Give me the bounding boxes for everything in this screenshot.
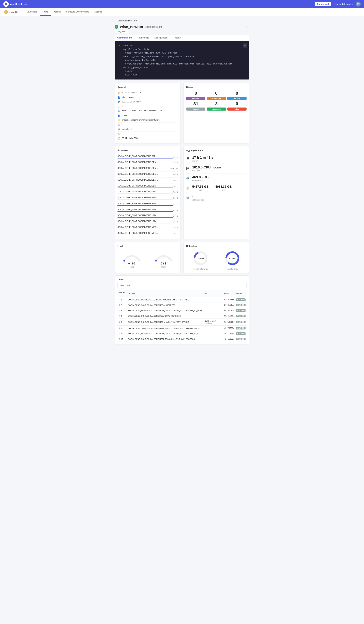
util-memory: 19.18% memory efficiency xyxy=(186,250,215,270)
sub-navigation: C cmclark8 ▾ Launchpad Runs Actions Comp… xyxy=(0,8,364,16)
table-row[interactable]: ⚙ 15 SOCIALGENE_SGNF:SOCIALGENE:NCBI_TAX… xyxy=(117,336,247,342)
tab-settings[interactable]: Settings xyxy=(92,8,105,16)
stat-write: 4038.35 GB write xyxy=(215,185,232,191)
table-row[interactable]: ⚙ 9 SOCIALGENE_SGNF:SOCIALGENE:HMM_PREP:… xyxy=(117,326,247,331)
status-badge: CACHED xyxy=(236,338,246,340)
top-navigation: nextflow tower Launchpad Help and Suppor… xyxy=(0,0,364,8)
diamond-icon: ⬡ xyxy=(117,105,120,108)
tasks-table-header: task_id ↑ process tag hash status xyxy=(117,290,247,297)
clock-icon: 🖥️ xyxy=(186,157,190,160)
stat-wall-time: 🖥️ 17 h 1 m 41 s wall time xyxy=(186,154,247,164)
table-row[interactable]: ⚙ 4 SOCIALGENE_SGNF:SOCIALGENE:DOWNLOAD_… xyxy=(117,313,247,319)
processes-aggregate-row: Processes SOCIALGENE_SGNF:SOCIALGENE:PAR… xyxy=(114,146,250,239)
load-title: Load xyxy=(117,245,178,247)
tab-parameters[interactable]: Parameters xyxy=(135,35,152,41)
stat-io: 💿 5437.56 GB read 4038.35 GB write xyxy=(186,183,247,193)
process-list-item: SOCIALGENE_SGNF:SOCIALGENE:HMM... 0 of 0 xyxy=(117,189,178,195)
tasks-gauge-value: 0 / 1 xyxy=(149,262,178,265)
gauge-cores: 0 / 90 cores xyxy=(117,250,146,268)
status-card: Status 0 pending 0 submitted 0 running 8… xyxy=(183,83,250,143)
tasks-title: Tasks xyxy=(117,278,247,281)
stat-cpu: 💾 1810.8 CPU hours CPU time xyxy=(186,164,247,174)
process-list-item: SOCIALGENE_SGNF:SOCIALGENE:MER... 1 of 1 xyxy=(117,231,178,236)
info-path: 📁 /media/socialgene_nvme/v0.2.3/sgnf/wor… xyxy=(117,118,178,123)
th-process[interactable]: process xyxy=(127,290,204,297)
logo-icon xyxy=(3,1,9,7)
status-badge: CACHED xyxy=(236,327,246,330)
workflow-name: wise_newton xyxy=(120,25,143,29)
star-button[interactable]: ☆ xyxy=(247,25,250,28)
stat-memory: ⚙️ 469.83 GB total memory xyxy=(186,174,247,183)
util-container: 19.18% memory efficiency 87.02% cpu effi… xyxy=(186,250,247,270)
stat-read: 5437.56 GB read xyxy=(192,185,209,191)
status-badge: CACHED xyxy=(236,321,246,323)
search-task-input[interactable] xyxy=(117,283,247,288)
workspace-avatar: C xyxy=(4,10,8,14)
tab-launchpad[interactable]: Launchpad xyxy=(24,8,40,16)
table-row[interactable]: ⚙ 2 SOCIALGENE_SGNF:SOCIALGENE:NEO4J_HEA… xyxy=(117,302,247,308)
cpu-efficiency-label: cpu efficiency xyxy=(218,268,247,270)
tasks-gauge-svg xyxy=(154,250,174,262)
workspace-selector[interactable]: C cmclark8 ▾ xyxy=(4,8,20,16)
user-icon: 👤 xyxy=(117,96,120,99)
tab-more-button[interactable]: ⋮ xyxy=(243,35,250,41)
launchpad-button[interactable]: Launchpad xyxy=(315,2,331,6)
task-gear-icon: ⚙ xyxy=(118,333,120,335)
cores-gauge-value: 0 / 90 xyxy=(117,262,146,265)
task-gear-icon: ⚙ xyxy=(118,304,120,306)
workflow-title-row: ✓ wise_newton socialgene/sgnf xyxy=(114,25,162,29)
status-badge: CACHED xyxy=(236,298,246,301)
status-badge: CACHED xyxy=(236,315,246,317)
processes-title: Processes xyxy=(117,149,178,152)
info-tag: 🏷️ - xyxy=(117,132,178,136)
breadcrumb[interactable]: ← View Workflow Run xyxy=(114,19,250,22)
breadcrumb-label: View Workflow Run xyxy=(118,19,137,22)
load-utilization-row: Load 0 / 90 cores 0 / 1 task xyxy=(114,242,250,273)
scissors-icon: ✂️ xyxy=(117,137,120,140)
copy-button[interactable]: ⧉ xyxy=(243,43,247,48)
th-hash[interactable]: hash xyxy=(223,290,235,297)
refresh-icon: 🔄 xyxy=(117,124,120,126)
avatar[interactable]: CM xyxy=(356,1,361,7)
tab-actions[interactable]: Actions xyxy=(51,8,64,16)
help-link[interactable]: Help and Support ▾ xyxy=(334,3,353,5)
th-tag[interactable]: tag xyxy=(204,290,223,297)
tab-reports[interactable]: Reports xyxy=(170,35,183,41)
table-row[interactable]: ⚙ 3 SOCIALGENE_SGNF:SOCIALGENE:HMM_PREP:… xyxy=(117,308,247,313)
apply-labels-button[interactable]: Apply labels xyxy=(114,30,128,33)
general-card: General 🔑 id 1t1GlXXl6zX1lU 👤 wise_newto… xyxy=(114,83,181,143)
process-list-item: SOCIALGENE_SGNF:SOCIALGENE:PAR... 1 of 1 xyxy=(117,154,178,160)
task-gear-icon: ⚙ xyxy=(118,327,120,329)
status-pending: 0 pending xyxy=(186,91,205,100)
tab-runs[interactable]: Runs xyxy=(40,8,51,16)
back-arrow-icon: ← xyxy=(114,19,117,22)
status-succeeded: 3 succeeded xyxy=(207,101,226,110)
gear-icon: ⚙️ xyxy=(117,128,120,131)
info-user: 👤 chase xyxy=(117,113,178,118)
table-row[interactable]: ⚙ 1 SOCIALGENE_SGNF:SOCIALGENE:PARAMETER… xyxy=(117,297,247,302)
general-status-row: General 🔑 id 1t1GlXXl6zX1lU 👤 wise_newto… xyxy=(114,83,250,143)
task-gear-icon: ⚙ xyxy=(118,315,120,317)
util-cpu: 87.02% cpu efficiency xyxy=(218,250,247,270)
th-task-id[interactable]: task_id ↑ xyxy=(117,290,127,297)
aggregate-card: Aggregate stats 🖥️ 17 h 1 m 41 s wall ti… xyxy=(183,146,250,239)
tasks-gauge-label: tasks xyxy=(149,266,178,268)
processes-list: SOCIALGENE_SGNF:SOCIALGENE:PAR... 1 of 1… xyxy=(117,154,178,236)
load-card: Load 0 / 90 cores 0 / 1 task xyxy=(114,242,181,273)
status-submitted: 0 submitted xyxy=(207,91,226,100)
chevron-down-icon: ▾ xyxy=(352,3,353,5)
disk-icon: 💿 xyxy=(186,186,190,190)
person-icon: 👤 xyxy=(117,114,120,117)
th-status[interactable]: status xyxy=(235,290,247,297)
tab-compute-environments[interactable]: Compute Environments xyxy=(64,8,92,16)
tab-configuration[interactable]: Configuration xyxy=(152,35,170,41)
table-row[interactable]: ⚙ 10 SOCIALGENE_SGNF:SOCIALGENE:HMM_PREP… xyxy=(117,331,247,336)
tab-command-line[interactable]: Command line xyxy=(114,35,135,41)
folder-icon: 📁 xyxy=(117,119,120,122)
table-row[interactable]: ⚙ 8 SOCIALGENE_SGNF:SOCIALGENE:NEO4J_ADM… xyxy=(117,319,247,326)
tasks-table: task_id ↑ process tag hash status ⚙ 1 SO… xyxy=(117,290,247,342)
svg-text:19.18%: 19.18% xyxy=(197,257,204,260)
gauge-container: 0 / 90 cores 0 / 1 tasks xyxy=(117,250,178,268)
process-list-item: SOCIALGENE_SGNF:SOCIALGENE:HMM... 0 of 0 xyxy=(117,219,178,225)
process-list-item: SOCIALGENE_SGNF:SOCIALGENE:DED... 1 of 1 xyxy=(117,183,178,189)
